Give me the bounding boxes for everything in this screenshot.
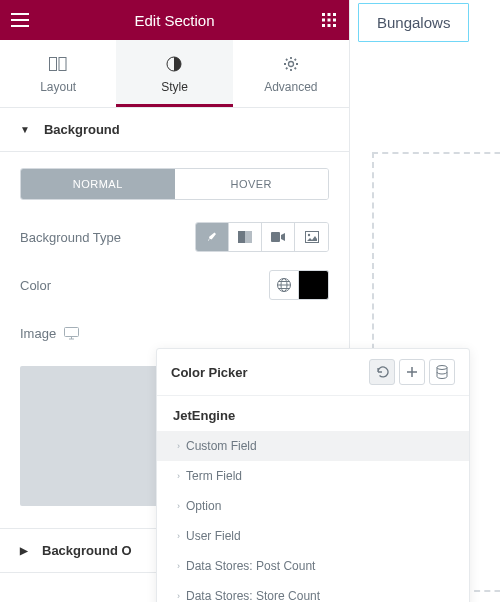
chevron-right-icon: ›: [177, 591, 180, 601]
bg-type-slideshow[interactable]: [295, 223, 328, 251]
tab-label: Advanced: [264, 80, 317, 94]
desktop-icon: [64, 327, 79, 340]
section-title: Background O: [42, 543, 132, 558]
state-toggle: NORMAL HOVER: [20, 168, 329, 200]
svg-rect-9: [50, 58, 57, 71]
svg-rect-5: [333, 19, 336, 22]
svg-rect-7: [328, 24, 331, 27]
menu-item-store-count[interactable]: ›Data Stores: Store Count: [157, 581, 469, 602]
bg-type-classic[interactable]: [196, 223, 229, 251]
svg-rect-6: [322, 24, 325, 27]
tab-style[interactable]: Style: [116, 40, 232, 107]
svg-rect-10: [59, 58, 66, 71]
popover-title: Color Picker: [171, 365, 369, 380]
svg-rect-14: [238, 231, 245, 243]
database-icon: [436, 365, 448, 379]
color-label: Color: [20, 278, 51, 293]
gradient-icon: [238, 231, 252, 243]
menu-item-custom-field[interactable]: ›Custom Field: [157, 431, 469, 461]
menu-item-user-field[interactable]: ›User Field: [157, 521, 469, 551]
menu-item-label: Term Field: [186, 469, 242, 483]
brush-icon: [205, 230, 219, 244]
svg-point-17: [307, 234, 309, 236]
tab-layout[interactable]: Layout: [0, 40, 116, 107]
svg-rect-0: [322, 13, 325, 16]
image-label-text: Image: [20, 326, 56, 341]
tab-label: Style: [161, 80, 188, 94]
color-controls: [269, 270, 329, 300]
menu-item-label: Data Stores: Post Count: [186, 559, 315, 573]
undo-icon: [375, 365, 389, 379]
toggle-normal[interactable]: NORMAL: [21, 169, 175, 199]
bg-type-label: Background Type: [20, 230, 121, 245]
svg-point-12: [288, 62, 293, 67]
layout-icon: [49, 57, 67, 71]
color-swatch[interactable]: [299, 270, 329, 300]
caret-right-icon: ▶: [20, 545, 28, 556]
panel-tabs: Layout Style Advanced: [0, 40, 349, 108]
menu-item-post-count[interactable]: ›Data Stores: Post Count: [157, 551, 469, 581]
popover-group-title: JetEngine: [157, 396, 469, 431]
tab-advanced[interactable]: Advanced: [233, 40, 349, 107]
menu-item-term-field[interactable]: ›Term Field: [157, 461, 469, 491]
canvas-section-label[interactable]: Bungalows: [358, 3, 469, 42]
tab-label: Layout: [40, 80, 76, 94]
menu-item-option[interactable]: ›Option: [157, 491, 469, 521]
svg-rect-4: [328, 19, 331, 22]
chevron-right-icon: ›: [177, 441, 180, 451]
row-bg-type: Background Type: [20, 222, 329, 252]
bg-type-video[interactable]: [262, 223, 295, 251]
menu-item-label: Option: [186, 499, 221, 513]
svg-rect-15: [271, 232, 280, 242]
panel-title: Edit Section: [40, 12, 309, 29]
row-image: Image: [20, 318, 329, 348]
add-button[interactable]: [399, 359, 425, 385]
style-icon: [166, 56, 182, 72]
menu-item-label: Custom Field: [186, 439, 257, 453]
bg-type-group: [195, 222, 329, 252]
svg-rect-1: [328, 13, 331, 16]
svg-point-21: [437, 366, 447, 370]
menu-item-label: User Field: [186, 529, 241, 543]
globe-icon: [276, 277, 292, 293]
toggle-hover[interactable]: HOVER: [175, 169, 329, 199]
section-title: Background: [44, 122, 120, 137]
grid-icon: [322, 13, 336, 27]
menu-item-label: Data Stores: Store Count: [186, 589, 320, 602]
chevron-right-icon: ›: [177, 561, 180, 571]
color-picker-popover: Color Picker JetEngine ›Custom Field ›Te…: [156, 348, 470, 602]
svg-rect-2: [333, 13, 336, 16]
row-color: Color: [20, 270, 329, 300]
chevron-right-icon: ›: [177, 501, 180, 511]
image-icon: [305, 231, 319, 243]
plus-icon: [406, 366, 418, 378]
popover-header: Color Picker: [157, 349, 469, 396]
svg-rect-3: [322, 19, 325, 22]
section-background-toggle[interactable]: ▼ Background: [0, 108, 349, 152]
apps-button[interactable]: [309, 0, 349, 40]
dynamic-tags-button[interactable]: [369, 359, 395, 385]
svg-rect-20: [65, 327, 79, 336]
hamburger-icon: [11, 13, 29, 27]
gear-icon: [283, 56, 299, 72]
panel-header: Edit Section: [0, 0, 349, 40]
database-button[interactable]: [429, 359, 455, 385]
video-icon: [271, 232, 285, 242]
menu-button[interactable]: [0, 0, 40, 40]
chevron-right-icon: ›: [177, 471, 180, 481]
chevron-right-icon: ›: [177, 531, 180, 541]
popover-actions: [369, 359, 455, 385]
global-color-button[interactable]: [269, 270, 299, 300]
caret-down-icon: ▼: [20, 124, 30, 135]
bg-type-gradient[interactable]: [229, 223, 262, 251]
svg-rect-8: [333, 24, 336, 27]
image-label: Image: [20, 326, 79, 341]
